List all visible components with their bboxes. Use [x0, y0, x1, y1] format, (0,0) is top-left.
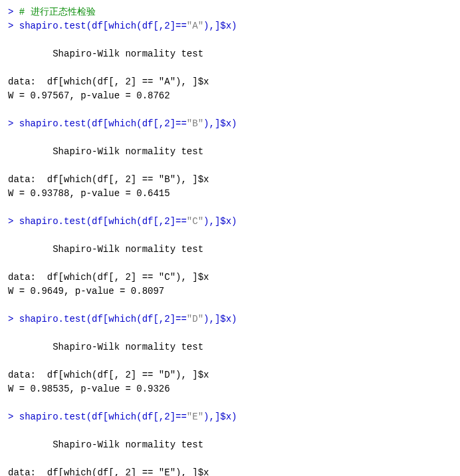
data-description-line: data: df[which(df[, 2] == "C"), ]$x	[8, 271, 452, 285]
blank-line	[8, 257, 452, 271]
test-title-line: Shapiro-Wilk normality test	[8, 340, 452, 354]
command-text: ),]$x)	[203, 118, 237, 129]
blank-line	[8, 159, 452, 173]
command-text: shapiro.test(df[which(df[,2]==	[19, 314, 187, 324]
test-title-line: Shapiro-Wilk normality test	[8, 438, 452, 452]
string-literal: "D"	[187, 314, 203, 324]
prompt-symbol: >	[8, 118, 19, 129]
console-comment-line: > # 进行正态性检验	[8, 5, 452, 19]
data-description-line: data: df[which(df[, 2] == "B"), ]$x	[8, 173, 452, 187]
data-description-line: data: df[which(df[, 2] == "D"), ]$x	[8, 368, 452, 382]
shapiro-test-block: > shapiro.test(df[which(df[,2]=="B"),]$x…	[8, 117, 452, 215]
shapiro-test-block: > shapiro.test(df[which(df[,2]=="E"),]$x…	[8, 410, 452, 476]
statistics-line: W = 0.97567, p-value = 0.8762	[8, 89, 452, 103]
command-text: ),]$x)	[203, 314, 237, 324]
console-input-line: > shapiro.test(df[which(df[,2]=="C"),]$x…	[8, 215, 452, 229]
data-description-line: data: df[which(df[, 2] == "A"), ]$x	[8, 75, 452, 89]
console-output-container: > shapiro.test(df[which(df[,2]=="A"),]$x…	[8, 19, 452, 476]
string-literal: "A"	[187, 21, 203, 31]
test-title-line: Shapiro-Wilk normality test	[8, 145, 452, 159]
statistics-line: W = 0.9649, p-value = 0.8097	[8, 285, 452, 298]
blank-line	[8, 452, 452, 466]
data-description-line: data: df[which(df[, 2] == "E"), ]$x	[8, 466, 452, 476]
command-text: shapiro.test(df[which(df[,2]==	[19, 412, 187, 422]
blank-line	[8, 33, 452, 47]
command-text: shapiro.test(df[which(df[,2]==	[19, 118, 187, 129]
comment-text: # 进行正态性检验	[19, 7, 96, 17]
string-literal: "E"	[187, 412, 203, 422]
shapiro-test-block: > shapiro.test(df[which(df[,2]=="C"),]$x…	[8, 215, 452, 312]
blank-line	[8, 396, 452, 410]
shapiro-test-block: > shapiro.test(df[which(df[,2]=="D"),]$x…	[8, 312, 452, 410]
prompt-symbol: >	[8, 216, 19, 227]
blank-line	[8, 201, 452, 215]
test-title-line: Shapiro-Wilk normality test	[8, 243, 452, 257]
statistics-line: W = 0.98535, p-value = 0.9326	[8, 382, 452, 396]
console-input-line: > shapiro.test(df[which(df[,2]=="D"),]$x…	[8, 312, 452, 326]
prompt-symbol: >	[8, 314, 19, 324]
shapiro-test-block: > shapiro.test(df[which(df[,2]=="A"),]$x…	[8, 19, 452, 117]
command-text: ),]$x)	[203, 412, 237, 422]
command-text: shapiro.test(df[which(df[,2]==	[19, 21, 187, 31]
blank-line	[8, 103, 452, 117]
prompt-symbol: >	[8, 412, 19, 422]
console-input-line: > shapiro.test(df[which(df[,2]=="B"),]$x…	[8, 117, 452, 131]
console-input-line: > shapiro.test(df[which(df[,2]=="E"),]$x…	[8, 410, 452, 424]
console-input-line: > shapiro.test(df[which(df[,2]=="A"),]$x…	[8, 19, 452, 33]
command-text: shapiro.test(df[which(df[,2]==	[19, 216, 187, 227]
blank-line	[8, 229, 452, 243]
blank-line	[8, 424, 452, 438]
command-text: ),]$x)	[203, 216, 237, 227]
string-literal: "B"	[187, 118, 203, 129]
blank-line	[8, 298, 452, 312]
command-text: ),]$x)	[203, 21, 237, 31]
blank-line	[8, 61, 452, 75]
string-literal: "C"	[187, 216, 203, 227]
prompt-symbol: >	[8, 7, 19, 17]
statistics-line: W = 0.93788, p-value = 0.6415	[8, 187, 452, 201]
test-title-line: Shapiro-Wilk normality test	[8, 47, 452, 61]
blank-line	[8, 131, 452, 145]
prompt-symbol: >	[8, 21, 19, 31]
blank-line	[8, 326, 452, 340]
blank-line	[8, 354, 452, 368]
